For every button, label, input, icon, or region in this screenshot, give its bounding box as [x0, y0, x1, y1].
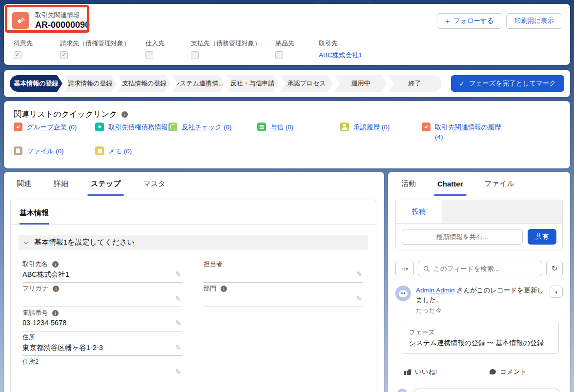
tab-details[interactable]: 詳細: [54, 172, 68, 196]
feed-detail-box: フェーズ システム連携情報の登録 〜 基本情報の登録: [402, 322, 559, 354]
feed-item-menu-button[interactable]: [550, 286, 563, 298]
speech-bubble-icon: [490, 369, 496, 374]
quick-link-credit[interactable]: 与信 (0): [257, 123, 293, 132]
record-header-card: 取引先関連情報 AR-00000090 フォローする 印刷用に表示 得意先 請求…: [4, 4, 570, 65]
avatar[interactable]: [395, 286, 411, 301]
tab-basic-info[interactable]: 基本情報: [20, 208, 49, 225]
feed-author-link[interactable]: Admin Admin: [416, 287, 455, 294]
field-account-name: 取引先名 ABC株式会社1: [22, 260, 182, 283]
quick-links-title: 関連リストのクイックリンク: [14, 109, 117, 120]
edit-pencil-icon[interactable]: [175, 368, 181, 376]
feed-sort-button[interactable]: [395, 261, 414, 276]
tab-related[interactable]: 関連: [17, 172, 31, 196]
quick-link-record-history[interactable]: 取引先関連情報の履歴 (4): [422, 123, 507, 142]
info-icon[interactable]: [221, 286, 227, 292]
section-header-basic-info1[interactable]: 基本情報1を設定してください: [19, 235, 368, 250]
quick-links-card: 関連リストのクイックリンク グループ企業 (0) 取引先債権債務情報 (0) 反…: [4, 101, 570, 168]
tab-activity[interactable]: 活動: [401, 172, 416, 196]
comment-button[interactable]: コメント: [490, 368, 527, 376]
tab-steps[interactable]: ステップ: [91, 172, 121, 196]
edit-pencil-icon[interactable]: [356, 270, 362, 279]
field-department: 部門: [204, 284, 363, 307]
edit-pencil-icon[interactable]: [356, 294, 362, 303]
path-step[interactable]: 反社・与信申請: [226, 75, 279, 92]
field-owner: 担当者: [204, 260, 363, 283]
feed-search-input[interactable]: [433, 265, 537, 272]
chevron-down-icon: [406, 265, 408, 272]
path-step-current[interactable]: 基本情報の登録: [10, 75, 62, 92]
path-steps: 基本情報の登録 請求情報の登録 支払情報の登録 システム連携情... 反社・与信…: [10, 75, 441, 92]
field-address2: 住所2: [22, 357, 182, 380]
share-button[interactable]: 共有: [528, 229, 556, 245]
edit-pencil-icon[interactable]: [175, 270, 181, 279]
edit-pencil-icon[interactable]: [175, 294, 181, 303]
quick-link-notes[interactable]: メモ (0): [95, 146, 132, 156]
chatter-card: 活動 Chatter ファイル 投稿 共有: [388, 172, 570, 392]
basic-info-panel: 基本情報 基本情報1を設定してください 取引先名 ABC株式会社1 担当者 フリ…: [10, 200, 376, 392]
quick-link-antisocial-check[interactable]: 反社チェック (0): [168, 123, 232, 132]
file-icon: [14, 146, 22, 155]
quick-link-approval-history[interactable]: 承認履歴 (0): [340, 123, 390, 132]
refresh-icon: [552, 264, 558, 273]
satellite-dish-icon: [12, 12, 29, 29]
tab-master[interactable]: マスタ: [143, 172, 165, 196]
edit-pencil-icon[interactable]: [175, 319, 181, 328]
field-furigana: フリガナ: [22, 284, 182, 307]
feed-refresh-button[interactable]: [546, 261, 563, 276]
thumbs-up-icon: [404, 369, 411, 375]
path-card: 基本情報の登録 請求情報の登録 支払情報の登録 システム連携情... 反社・与信…: [4, 70, 570, 97]
satellite-dish-icon: [14, 123, 22, 131]
field-phone: 電話番号 03-1234-5678: [22, 309, 182, 331]
chatter-publisher: 投稿 共有: [395, 200, 563, 250]
feed-detail-value: システム連携情報の登録 〜 基本情報の登録: [409, 339, 552, 348]
satellite-dish-icon: [422, 123, 430, 131]
plus-icon: [445, 17, 450, 25]
info-icon[interactable]: [52, 261, 59, 268]
chevron-down-icon: [555, 288, 557, 295]
checkbox-checked: [60, 51, 68, 59]
tab-files[interactable]: ファイル: [485, 172, 514, 196]
object-label: 取引先関連情報: [35, 11, 90, 20]
account-link[interactable]: ABC株式会社1: [319, 51, 362, 59]
info-icon[interactable]: [52, 310, 59, 316]
field-nohinsaki: 納品先: [275, 39, 319, 60]
search-icon: [423, 266, 430, 272]
checkbox-checked: [14, 51, 21, 59]
record-detail-card: 関連 詳細 ステップ マスタ 基本情報 基本情報1を設定してください 取引先名 …: [4, 172, 384, 392]
info-icon[interactable]: [53, 286, 59, 292]
avatar: [397, 389, 407, 392]
list-lines-icon: [257, 123, 266, 131]
chevron-down-icon: [24, 239, 29, 244]
follow-button[interactable]: フォローする: [437, 13, 502, 29]
record-name: AR-00000090: [35, 20, 90, 30]
info-icon[interactable]: [122, 111, 128, 118]
diamond-icon: [95, 123, 104, 131]
quick-link-files[interactable]: ファイル (0): [14, 146, 64, 156]
checkbox-unchecked: [191, 51, 199, 59]
comment-input[interactable]: [411, 389, 562, 392]
checkbox-unchecked: [145, 51, 153, 59]
printable-view-button[interactable]: 印刷用に表示: [506, 13, 562, 29]
path-step[interactable]: 運用中: [334, 75, 387, 92]
path-step[interactable]: 終了: [389, 75, 441, 92]
edit-pencil-icon[interactable]: [175, 343, 181, 352]
mark-phase-complete-button[interactable]: フェーズを完了としてマーク: [451, 75, 564, 92]
field-shiiresaki: 仕入先: [145, 39, 191, 60]
path-step[interactable]: システム連携情...: [172, 75, 225, 92]
check-icon: [459, 80, 465, 87]
quick-link-group-companies[interactable]: グループ企業 (0): [14, 123, 77, 132]
quick-link-receivables-info[interactable]: 取引先債権債務情報 (0): [95, 123, 178, 132]
path-step[interactable]: 支払情報の登録: [118, 75, 171, 92]
tab-chatter[interactable]: Chatter: [437, 172, 463, 196]
feed-timestamp: たった今: [416, 306, 546, 315]
share-update-input[interactable]: [402, 229, 523, 245]
tab-post[interactable]: 投稿: [396, 200, 442, 223]
checkbox-unchecked: [275, 51, 283, 59]
field-seikyusaki: 請求先（債権管理対象）: [60, 39, 145, 60]
field-tokuisaki: 得意先: [14, 39, 60, 60]
note-icon: [95, 146, 104, 155]
path-step[interactable]: 請求情報の登録: [64, 75, 117, 92]
field-shiharaisaki: 支払先（債務管理対象）: [191, 39, 275, 60]
like-button[interactable]: いいね!: [404, 368, 437, 376]
path-step[interactable]: 承認プロセス: [280, 75, 333, 92]
